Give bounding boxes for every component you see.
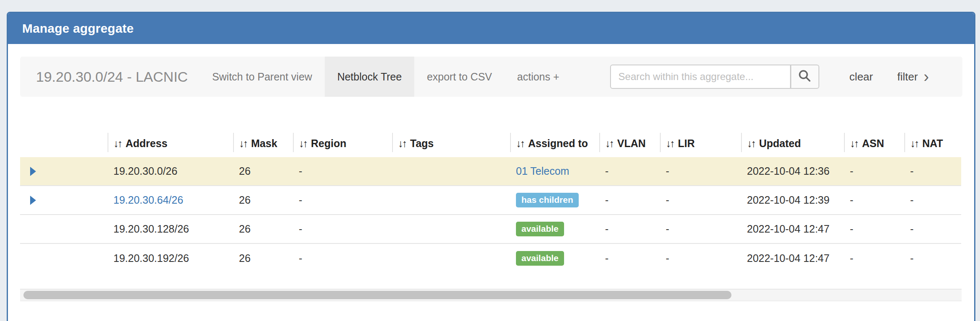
column-label: Region [311,137,346,150]
status-badge: has children [516,193,579,207]
column-label: Address [126,137,167,150]
cell-lir: - [660,194,741,206]
cell-vlan: - [599,194,660,206]
column-label: LIR [678,137,695,150]
search-input[interactable] [610,65,791,89]
table-header-row: ↓↑Address ↓↑Mask ↓↑Region ↓↑Tags ↓↑Assig… [20,129,961,157]
cell-asn: - [844,223,904,235]
cell-region: - [293,252,392,264]
netblock-table: ↓↑Address ↓↑Mask ↓↑Region ↓↑Tags ↓↑Assig… [20,129,961,273]
cell-asn: - [844,252,904,264]
expand-triangle-icon[interactable] [30,196,36,205]
clear-button[interactable]: clear [849,70,873,83]
sort-icon: ↓↑ [850,137,858,150]
cell-updated: 2022-10-04 12:36 [741,165,844,177]
cell-region: - [293,165,392,177]
column-label: Updated [759,137,801,150]
expand-cell [20,186,108,214]
expand-cell [20,215,108,243]
export-to-csv-button[interactable]: export to CSV [414,57,505,97]
cell-mask: 26 [233,165,293,177]
cell-address: 19.20.30.0/26 [108,165,233,177]
expand-triangle-icon[interactable] [30,167,36,176]
assigned-to-link[interactable]: 01 Telecom [516,165,569,177]
column-header-tags[interactable]: ↓↑Tags [392,129,510,157]
search-group [610,65,819,89]
sort-icon: ↓↑ [516,137,524,150]
cell-nat: - [904,223,961,235]
sort-icon: ↓↑ [666,137,674,150]
column-header-assigned-to[interactable]: ↓↑Assigned to [510,129,599,157]
column-header-vlan[interactable]: ↓↑VLAN [599,129,660,157]
cell-nat: - [904,252,961,264]
table-row: 19.20.30.128/26 26 - available - - 2022-… [20,215,961,244]
filter-label: filter [897,70,918,83]
search-icon [798,69,811,84]
column-header-lir[interactable]: ↓↑LIR [660,129,741,157]
sort-icon: ↓↑ [113,137,121,150]
column-header-asn[interactable]: ↓↑ASN [844,129,904,157]
cell-vlan: - [599,223,660,235]
expand-cell [20,244,108,273]
sort-icon: ↓↑ [747,137,755,150]
cell-updated: 2022-10-04 12:47 [741,223,844,235]
table-row: 19.20.30.64/26 26 - has children - - 202… [20,186,961,215]
table-row: 19.20.30.0/26 26 - 01 Telecom - - 2022-1… [20,157,961,186]
status-badge: available [516,222,564,236]
cell-nat: - [904,194,961,206]
manage-aggregate-panel: Manage aggregate 19.20.30.0/24 - LACNIC … [7,12,975,321]
cell-asn: - [844,194,904,206]
sort-icon: ↓↑ [239,137,247,150]
cell-region: - [293,223,392,235]
cell-nat: - [904,165,961,177]
cell-address: 19.20.30.128/26 [108,223,233,235]
filter-button[interactable]: filter › [897,70,929,83]
column-label: Tags [410,137,434,150]
cell-vlan: - [599,252,660,264]
panel-header: Manage aggregate [8,13,974,44]
cell-region: - [293,194,392,206]
sort-icon: ↓↑ [910,137,918,150]
cell-vlan: - [599,165,660,177]
column-header-region[interactable]: ↓↑Region [293,129,392,157]
column-header-updated[interactable]: ↓↑Updated [741,129,844,157]
cell-lir: - [660,223,741,235]
sort-icon: ↓↑ [299,137,307,150]
switch-to-parent-view-button[interactable]: Switch to Parent view [200,57,325,97]
status-badge: available [516,251,564,265]
cell-mask: 26 [233,252,293,264]
cell-lir: - [660,252,741,264]
column-label: ASN [862,137,884,150]
column-label: Mask [251,137,277,150]
chevron-right-icon: › [924,71,929,82]
horizontal-scrollbar-track[interactable] [20,289,962,301]
column-label: VLAN [617,137,646,150]
cell-address: 19.20.30.192/26 [108,252,233,264]
horizontal-scrollbar-thumb[interactable] [23,291,731,299]
netblock-tree-tab[interactable]: Netblock Tree [325,57,414,97]
sort-icon: ↓↑ [605,137,613,150]
cell-updated: 2022-10-04 12:47 [741,252,844,264]
cell-mask: 26 [233,223,293,235]
table-row: 19.20.30.192/26 26 - available - - 2022-… [20,244,961,273]
cell-updated: 2022-10-04 12:39 [741,194,844,206]
search-button[interactable] [791,65,819,89]
column-header-mask[interactable]: ↓↑Mask [233,129,293,157]
expand-cell [20,157,108,185]
sort-icon: ↓↑ [398,137,406,150]
aggregate-toolbar: 19.20.30.0/24 - LACNIC Switch to Parent … [20,57,962,97]
cell-mask: 26 [233,194,293,206]
column-label: Assigned to [528,137,588,150]
cell-asn: - [844,165,904,177]
aggregate-title: 19.20.30.0/24 - LACNIC [36,69,188,85]
address-link[interactable]: 19.20.30.64/26 [113,194,183,206]
column-header-address[interactable]: ↓↑Address [108,129,233,157]
actions-menu-button[interactable]: actions + [505,57,572,97]
cell-lir: - [660,165,741,177]
column-label: NAT [922,137,943,150]
page-title: Manage aggregate [22,21,134,36]
column-header-nat[interactable]: ↓↑NAT [904,129,961,157]
